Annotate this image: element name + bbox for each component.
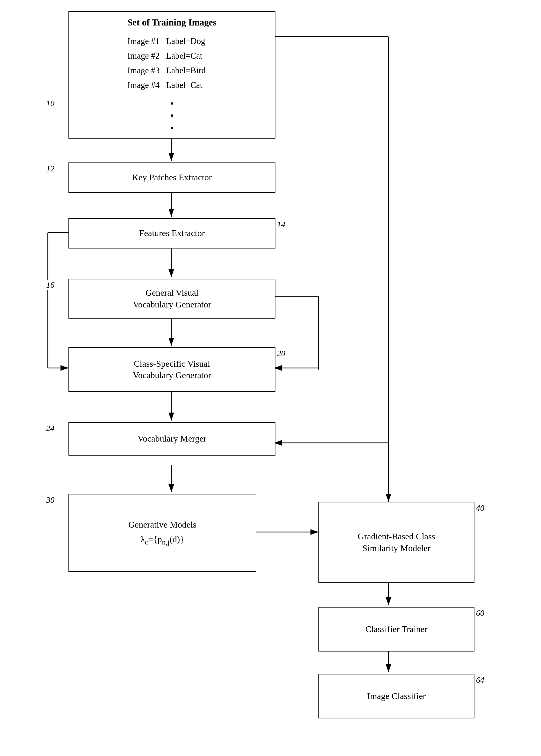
- features-extractor-label: Features Extractor: [139, 227, 205, 239]
- key-patches-label: Key Patches Extractor: [132, 172, 212, 183]
- image-classifier-box: Image Classifier: [318, 674, 474, 718]
- label-20: 20: [277, 349, 285, 358]
- label-60: 60: [476, 608, 484, 618]
- vocabulary-merger-box: Vocabulary Merger: [69, 422, 275, 456]
- class-specific-box: Class-Specific VisualVocabulary Generato…: [69, 347, 275, 392]
- training-images-title: Set of Training Images: [127, 16, 217, 30]
- classifier-trainer-label: Classifier Trainer: [365, 623, 427, 635]
- gradient-based-label: Gradient-Based ClassSimilarity Modeler: [357, 531, 435, 554]
- image-classifier-label: Image Classifier: [367, 690, 426, 702]
- gradient-based-box: Gradient-Based ClassSimilarity Modeler: [318, 502, 474, 583]
- label-16: 16: [46, 280, 54, 290]
- generative-models-box: Generative Models λc={pn,j(d)}: [69, 494, 256, 572]
- label-24: 24: [46, 424, 54, 433]
- features-extractor-box: Features Extractor: [69, 218, 275, 248]
- generative-models-label: Generative Models: [128, 519, 197, 530]
- label-30: 30: [46, 495, 54, 505]
- key-patches-box: Key Patches Extractor: [69, 162, 275, 193]
- classifier-trainer-box: Classifier Trainer: [318, 607, 474, 652]
- ellipsis: •••: [127, 97, 217, 134]
- vocabulary-merger-label: Vocabulary Merger: [138, 433, 206, 444]
- label-40: 40: [476, 503, 484, 513]
- label-12: 12: [46, 164, 54, 174]
- diagram-container: Set of Training Images Image #1 Label=Do…: [0, 0, 541, 756]
- general-visual-box: General VisualVocabulary Generator: [69, 279, 275, 319]
- label-10: 10: [46, 99, 54, 108]
- label-14: 14: [277, 220, 285, 229]
- class-specific-label: Class-Specific VisualVocabulary Generato…: [133, 358, 211, 381]
- training-images-box: Set of Training Images Image #1 Label=Do…: [69, 11, 275, 139]
- generative-models-formula: λc={pn,j(d)}: [141, 534, 184, 547]
- general-visual-label: General VisualVocabulary Generator: [133, 287, 211, 310]
- label-64: 64: [476, 675, 484, 685]
- training-images-details: Image #1 Label=Dog Image #2 Label=Cat Im…: [127, 34, 217, 93]
